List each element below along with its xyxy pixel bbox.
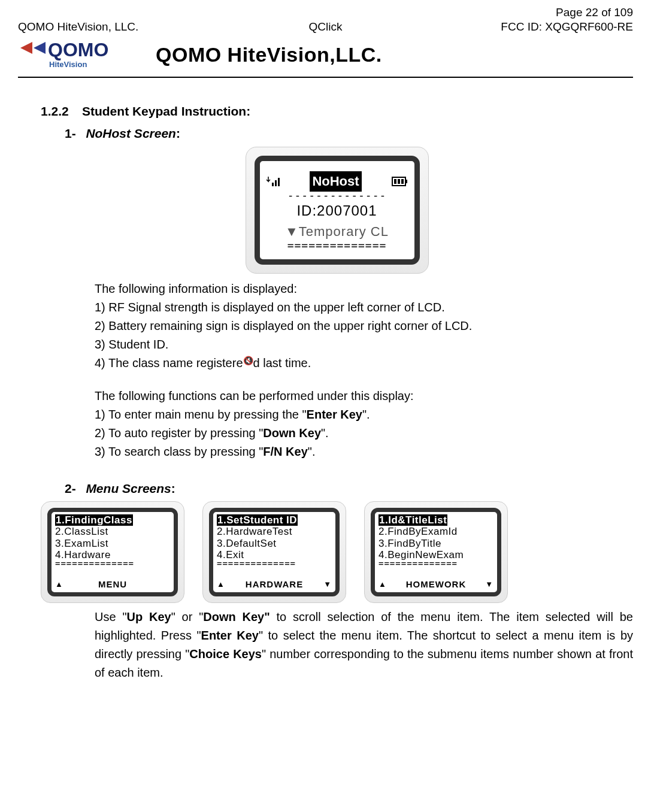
device-temp-text: Temporary CL — [299, 224, 389, 239]
fcc-id: FCC ID: XQGQRF600-RE — [428, 20, 633, 34]
menu2-item1: 1.SetStudent ID — [217, 514, 298, 526]
section-heading: 1.2.2 Student Keypad Instruction: — [41, 102, 633, 122]
signal-icon — [266, 175, 280, 187]
item1-colon: : — [176, 126, 180, 140]
arrow-up-icon: ▲ — [379, 580, 387, 589]
svg-marker-0 — [20, 42, 32, 54]
up-key-label: Up Key — [126, 610, 171, 623]
choice-keys-label: Choice Keys — [189, 647, 262, 660]
menu2-item3: 3.DefaultSet — [217, 538, 332, 550]
device-dash-line: -------------- — [266, 192, 408, 199]
battery-icon — [392, 177, 408, 186]
nohost-device-figure: NoHost -------------- ID:200 — [41, 147, 633, 274]
info-line-3: 3) Student ID. — [95, 335, 633, 354]
company-name: QOMO HiteVision, LLC. — [18, 20, 223, 34]
menu-screen-1: 1.FindingClass 2.ClassList 3.ExamList 4.… — [41, 501, 184, 603]
menu1-item1: 1.FindingClass — [55, 514, 133, 526]
svg-marker-1 — [34, 42, 46, 54]
product-name: QClick — [223, 20, 428, 34]
header-divider — [18, 77, 633, 78]
menu3-item1: 1.Id&TitleList — [379, 514, 447, 526]
svg-rect-8 — [405, 180, 407, 183]
menu-screen-3: 1.Id&TitleList 2.FindByExamId 3.FindByTi… — [364, 501, 508, 603]
functions-block: The following functions can be performed… — [41, 387, 633, 461]
logo-title: QOMO HiteVision,LLC. — [156, 43, 382, 66]
info-line-2: 2) Battery remaining sign is displayed o… — [95, 317, 633, 335]
menu3-eq: ============== — [379, 561, 493, 567]
svg-rect-5 — [275, 180, 277, 186]
menu3-footer: HOMEWORK — [406, 579, 467, 589]
device-down-arrow-icon: ▼ — [285, 224, 299, 239]
header-top-row: Page 22 of 109 — [18, 6, 633, 19]
item1-title: NoHost Screen — [86, 126, 176, 140]
page-number: Page 22 of 109 — [428, 6, 633, 19]
menu3-item2: 2.FindByExamId — [379, 526, 493, 538]
item1-heading: 1- NoHost Screen: — [41, 124, 633, 144]
item2-title: Menu Screens — [86, 481, 171, 495]
section-title: Student Keypad Instruction: — [82, 104, 250, 118]
menu3-item3: 3.FindByTitle — [379, 538, 493, 550]
menu1-item2: 2.ClassList — [55, 526, 170, 538]
device-id-line: ID:2007001 — [266, 199, 408, 222]
header-second-row: QOMO HiteVision, LLC. QClick FCC ID: XQG… — [18, 20, 633, 34]
fn-key-label: F/N Key — [263, 445, 307, 458]
menu1-footer: MENU — [98, 579, 127, 589]
enter-key-label-2: Enter Key — [201, 629, 259, 642]
menu-screen-2: 1.SetStudent ID 2.HardwareTest 3.Default… — [202, 501, 346, 603]
section-number: 1.2.2 — [41, 104, 69, 118]
down-key-label: Down Key — [263, 426, 321, 440]
down-key-label-2: Down Key" — [203, 610, 270, 623]
info-intro: The following information is displayed: — [95, 280, 633, 298]
speaker-icon: 🔇 — [243, 356, 253, 365]
arrow-down-icon: ▼ — [323, 580, 332, 589]
logo-row: QOMO HiteVision QOMO HiteVision,LLC. — [18, 36, 633, 73]
info-line-4: 4) The class name registere🔇d last time. — [95, 354, 633, 372]
item1-num: 1- — [65, 126, 76, 140]
menu2-eq: ============== — [217, 561, 332, 567]
menu-description-paragraph: Use "Up Key" or "Down Key" to scroll sel… — [41, 608, 633, 682]
svg-rect-10 — [398, 179, 400, 184]
svg-rect-9 — [394, 179, 396, 184]
menu1-item3: 3.ExamList — [55, 538, 170, 550]
svg-rect-4 — [272, 183, 274, 186]
svg-rect-11 — [401, 179, 404, 184]
qomo-logo: QOMO HiteVision — [18, 36, 144, 73]
menu1-eq: ============== — [55, 561, 170, 567]
svg-text:HiteVision: HiteVision — [49, 60, 87, 69]
menu2-item2: 2.HardwareTest — [217, 526, 332, 538]
arrow-down-icon: ▼ — [485, 580, 493, 589]
svg-text:QOMO: QOMO — [48, 39, 108, 60]
item2-heading: 2- Menu Screens: — [41, 479, 633, 499]
device-eq-line: ============== — [266, 242, 408, 250]
func-line-2: 2) To auto register by pressing "Down Ke… — [95, 424, 633, 443]
info-displayed-block: The following information is displayed: … — [41, 280, 633, 372]
item2-num: 2- — [65, 481, 76, 495]
info-line-1: 1) RF Signal strength is displayed on th… — [95, 298, 633, 317]
arrow-up-icon: ▲ — [217, 580, 225, 589]
enter-key-label: Enter Key — [307, 408, 362, 421]
menu-screens-row: 1.FindingClass 2.ClassList 3.ExamList 4.… — [41, 501, 633, 603]
svg-rect-6 — [278, 178, 280, 186]
menu2-footer: HARDWARE — [246, 579, 303, 589]
func-line-3: 3) To search class by pressing "F/N Key"… — [95, 443, 633, 461]
arrow-up-icon: ▲ — [55, 580, 63, 589]
func-line-1: 1) To enter main menu by pressing the "E… — [95, 405, 633, 424]
item2-colon: : — [171, 481, 175, 495]
func-intro: The following functions can be performed… — [95, 387, 633, 405]
